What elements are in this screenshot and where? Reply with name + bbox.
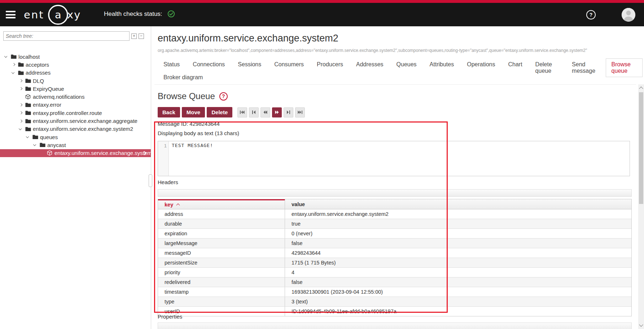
first-button[interactable] bbox=[237, 107, 247, 117]
page-title: entaxy.uniform.service.exchange.system2 bbox=[158, 33, 338, 44]
next-button[interactable] bbox=[284, 107, 293, 117]
tree-item-label: entaxy.error bbox=[33, 102, 61, 108]
cube-icon bbox=[47, 150, 53, 156]
jmx-tree: localhost acceptors addresses DLQ Ex bbox=[0, 53, 151, 157]
menu-icon[interactable] bbox=[6, 11, 16, 18]
folder-icon bbox=[18, 70, 24, 75]
tab-broker-diagram[interactable]: Broker diagram bbox=[158, 71, 209, 84]
svg-text:xy: xy bbox=[67, 9, 81, 21]
tree-item[interactable]: entaxy.uniform.service.exchange.system2 bbox=[0, 125, 151, 133]
scrollbar-thumb[interactable] bbox=[639, 92, 643, 204]
tree-item[interactable]: anycast bbox=[0, 141, 151, 149]
table-row[interactable]: priority 4 bbox=[158, 268, 631, 277]
tab-consumers[interactable]: Consumers bbox=[268, 58, 310, 77]
fast-forward-button[interactable] bbox=[272, 107, 282, 117]
tab-sessions[interactable]: Sessions bbox=[232, 58, 267, 77]
tree-item-label: queues bbox=[40, 134, 58, 140]
move-button[interactable]: Move bbox=[182, 107, 205, 117]
tab-queues[interactable]: Queues bbox=[391, 58, 422, 77]
tab-delete-queue[interactable]: Delete queue bbox=[530, 58, 565, 77]
sidebar-resize-handle[interactable] bbox=[149, 174, 152, 187]
tab-operations[interactable]: Operations bbox=[461, 58, 501, 77]
sort-asc-icon bbox=[176, 204, 180, 207]
message-body-editor[interactable]: 1 TEST MESSAGE! bbox=[158, 141, 630, 176]
table-row[interactable]: redelivered false bbox=[158, 277, 631, 287]
avatar[interactable] bbox=[622, 8, 635, 22]
delete-button[interactable]: Delete bbox=[207, 107, 232, 117]
tree-item-label: addresses bbox=[26, 70, 51, 76]
rewind-button[interactable] bbox=[260, 107, 270, 117]
table-row[interactable]: timestamp 1693821300901 (2023-09-04 12:5… bbox=[158, 287, 631, 297]
tab-send-message[interactable]: Send message bbox=[566, 58, 604, 77]
tree-item-label: entaxy.uniform.service.exchange.aggregat… bbox=[33, 118, 137, 124]
tree-item[interactable]: ExpiryQueue bbox=[0, 85, 151, 93]
health-checks-status: Health checks status: bbox=[104, 10, 175, 19]
masthead: ent a xy Health checks status: ? bbox=[0, 3, 644, 26]
message-pagination bbox=[237, 107, 307, 117]
table-row[interactable]: userID ID:1d0994d5-4b09-11ee-afdd-b0a460… bbox=[158, 307, 631, 316]
search-tree-input[interactable] bbox=[3, 31, 130, 41]
tree-item[interactable]: addresses bbox=[0, 69, 151, 77]
table-row[interactable]: messageID 4298243644 bbox=[158, 248, 631, 258]
table-row[interactable]: durable true bbox=[158, 219, 631, 229]
table-row[interactable]: type 3 (text) bbox=[158, 297, 631, 307]
message-body-text[interactable]: TEST MESSAGE! bbox=[169, 141, 630, 176]
tab-producers[interactable]: Producers bbox=[311, 58, 349, 77]
tree-item[interactable]: localhost bbox=[0, 53, 151, 61]
expand-all-icon[interactable]: + bbox=[131, 34, 137, 39]
back-button[interactable]: Back bbox=[158, 107, 180, 117]
cube-icon bbox=[25, 94, 31, 99]
previous-button[interactable] bbox=[249, 107, 259, 117]
table-row[interactable]: largeMessage false bbox=[158, 239, 631, 248]
tab-browse-queue[interactable]: Browse queue bbox=[606, 58, 643, 77]
twisty-icon[interactable] bbox=[26, 136, 32, 138]
vertical-scrollbar[interactable] bbox=[638, 84, 644, 329]
tree-item[interactable]: entaxy.error bbox=[0, 101, 151, 109]
tree-item[interactable]: activemq.notifications bbox=[0, 93, 151, 101]
tree-item-label: acceptors bbox=[26, 62, 49, 68]
tab-addresses[interactable]: Addresses bbox=[350, 58, 389, 77]
collapse-all-icon[interactable]: − bbox=[139, 34, 144, 39]
health-ok-icon[interactable] bbox=[167, 10, 175, 19]
table-row[interactable]: expiration 0 (never) bbox=[158, 229, 631, 239]
tree-item[interactable]: DLQ bbox=[0, 77, 151, 85]
scroll-up-icon[interactable] bbox=[639, 86, 643, 90]
header-value-cell: ID:1d0994d5-4b09-11ee-afdd-b0a46085197a bbox=[285, 307, 631, 316]
tab-attributes[interactable]: Attributes bbox=[424, 58, 460, 77]
twisty-icon[interactable] bbox=[34, 144, 39, 146]
column-header-value[interactable]: value bbox=[285, 199, 631, 209]
twisty-icon[interactable] bbox=[12, 63, 17, 66]
tree-item[interactable]: entaxy.uniform.service.exchange.system2 bbox=[0, 149, 151, 157]
scroll-down-icon[interactable] bbox=[639, 323, 643, 326]
twisty-icon[interactable] bbox=[19, 120, 25, 122]
header-key-cell: priority bbox=[158, 268, 285, 277]
help-icon[interactable]: ? bbox=[586, 10, 596, 19]
tabs-divider bbox=[154, 84, 636, 85]
svg-text:ent: ent bbox=[24, 9, 44, 21]
column-header-key[interactable]: key bbox=[158, 199, 285, 209]
twisty-icon[interactable] bbox=[12, 72, 17, 74]
folder-icon bbox=[32, 134, 39, 139]
headers-table: key value address entaxy.uniform.service… bbox=[158, 199, 632, 316]
entaxy-logo[interactable]: ent a xy bbox=[23, 4, 84, 26]
tab-chart[interactable]: Chart bbox=[502, 58, 528, 77]
tree-item[interactable]: entaxy.uniform.service.exchange.aggregat… bbox=[0, 117, 151, 125]
tree-item[interactable]: acceptors bbox=[0, 61, 151, 68]
twisty-icon[interactable] bbox=[19, 88, 25, 90]
main-panel: entaxy.uniform.service.exchange.system2 … bbox=[151, 26, 644, 329]
twisty-icon[interactable] bbox=[19, 128, 25, 130]
table-row[interactable]: address entaxy.uniform.service.exchange.… bbox=[158, 209, 631, 219]
properties-table-toolbar bbox=[158, 323, 632, 329]
twisty-icon[interactable] bbox=[5, 56, 10, 57]
help-circle-icon[interactable]: ? bbox=[219, 92, 228, 101]
tab-bar-row1: StatusConnectionsSessionsConsumersProduc… bbox=[158, 58, 644, 77]
twisty-icon[interactable] bbox=[19, 104, 25, 106]
twisty-icon[interactable] bbox=[19, 80, 25, 82]
table-row[interactable]: persistentSize 1715 (1 715 Bytes) bbox=[158, 258, 631, 268]
last-button[interactable] bbox=[295, 107, 305, 117]
tree-item[interactable]: entaxy.profile.controller.route bbox=[0, 109, 151, 117]
body-display-label: Displaying body as text (13 chars) bbox=[158, 130, 239, 136]
tree-item[interactable]: queues bbox=[0, 133, 151, 141]
header-value-cell: false bbox=[285, 277, 631, 287]
twisty-icon[interactable] bbox=[19, 112, 25, 114]
